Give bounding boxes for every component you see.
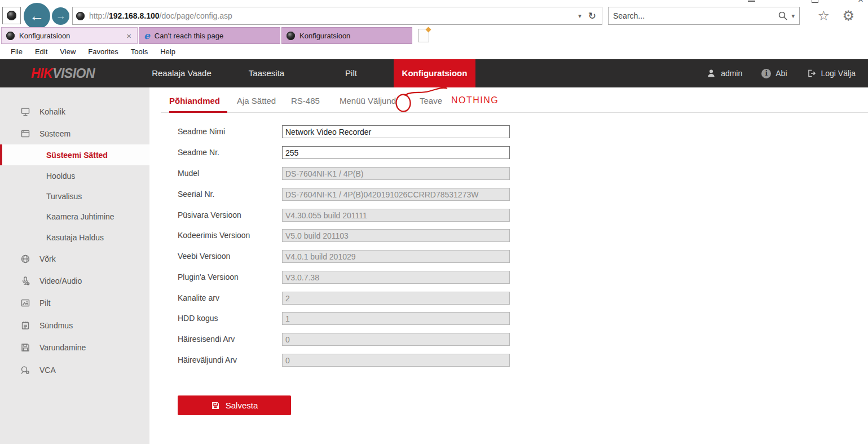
menu-file[interactable]: File — [5, 47, 29, 56]
browser-menubar: File Edit View Favorites Tools Help — [0, 44, 868, 59]
nav-configuration-active[interactable]: Konfiguratsioon — [394, 59, 475, 87]
new-tab-spark-icon — [426, 27, 431, 33]
user-icon — [706, 68, 716, 78]
microphone-icon — [20, 276, 30, 286]
menu-tools[interactable]: Tools — [125, 47, 154, 56]
minimize-icon[interactable] — [748, 1, 755, 2]
field-label: Mudel — [178, 169, 199, 178]
device-no-input[interactable] — [282, 146, 510, 159]
window-titlebar: × — [0, 0, 868, 5]
sidebar-item-label: VCA — [39, 366, 56, 375]
settings-gear-icon[interactable]: ⚙ — [842, 8, 854, 24]
search-input[interactable] — [613, 11, 778, 20]
device-name-input[interactable] — [282, 125, 510, 138]
camera-favicon-icon — [76, 12, 85, 20]
sidebar-item-user-management[interactable]: Kasutaja Haldus — [0, 227, 149, 248]
logo-hik: HIK — [31, 66, 52, 81]
sidebar-item-label: Kaamera Juhtimine — [46, 212, 114, 221]
field-label: Kodeerimis Versioon — [178, 231, 250, 240]
search-dropdown-icon[interactable]: ▾ — [788, 12, 795, 20]
address-dropdown-icon[interactable]: ▾ — [574, 12, 586, 20]
new-tab-button[interactable] — [418, 29, 429, 42]
save-button-label: Salvesta — [226, 401, 258, 410]
sidebar-item-video-audio[interactable]: Video/Audio — [0, 271, 149, 291]
ie-icon: e — [144, 30, 150, 41]
sidebar-item-label: Pilt — [39, 298, 50, 307]
sidebar-item-security[interactable]: Turvalisus — [0, 186, 149, 206]
window-icon — [20, 129, 30, 139]
camera-favicon-icon — [7, 11, 16, 20]
nav-playback[interactable]: Taasesita — [226, 59, 307, 87]
field-label: Veebi Versioon — [178, 252, 230, 261]
plugin-version-input — [282, 271, 510, 284]
sidebar-item-vca[interactable]: VCA — [0, 360, 149, 380]
nav-live-view[interactable]: Reaalaja Vaade — [140, 59, 223, 87]
browser-tab-konfiguratsioon-active[interactable]: Konfiguratsioon × — [1, 27, 138, 44]
browser-tab-konfiguratsioon-2[interactable]: Konfiguratsioon — [281, 27, 412, 44]
field-label: Püsivara Versioon — [178, 210, 241, 219]
sidebar-item-label: Turvalisus — [46, 192, 82, 201]
camera-favicon-icon — [6, 32, 15, 40]
menu-edit[interactable]: Edit — [29, 47, 54, 56]
menu-favorites[interactable]: Favorites — [82, 47, 124, 56]
main-content: Põhiandmed Aja Sätted RS-485 Menüü Välju… — [149, 87, 868, 444]
url-host: 192.168.8.100 — [109, 11, 160, 20]
encoding-version-input — [282, 229, 510, 242]
refresh-icon[interactable]: ↻ — [586, 10, 598, 21]
tab-title: Konfiguratsioon — [19, 32, 122, 40]
forward-button[interactable]: → — [52, 7, 69, 25]
field-label: Plugin'a Versioon — [178, 272, 239, 282]
field-label: Häireväljundi Arv — [178, 355, 237, 364]
field-label: Seerial Nr. — [178, 190, 214, 199]
logout-button[interactable]: Logi Välja — [801, 68, 862, 78]
event-notepad-icon — [20, 320, 30, 331]
info-icon: i — [761, 69, 771, 78]
hikvision-logo: HIKVISION — [31, 59, 95, 87]
sidebar-item-camera-management[interactable]: Kaamera Juhtimine — [0, 206, 149, 227]
floppy-icon — [20, 342, 30, 353]
save-floppy-icon — [211, 401, 220, 410]
favorites-star-icon[interactable]: ☆ — [817, 8, 830, 24]
back-button[interactable]: ← — [24, 3, 50, 29]
address-bar[interactable]: http://192.168.8.100/doc/page/config.asp… — [72, 7, 602, 25]
alarm-output-count-input — [282, 354, 510, 367]
tab-title: Konfiguratsioon — [299, 32, 407, 40]
tab-title: Can't reach this page — [155, 32, 275, 40]
logout-label: Logi Välja — [821, 69, 856, 78]
sidebar-item-label: Sündmus — [39, 321, 73, 330]
image-icon — [20, 298, 30, 308]
sidebar-item-network[interactable]: Võrk — [0, 249, 149, 269]
logo-vision: VISION — [52, 66, 95, 81]
tab-about[interactable]: Teave — [420, 96, 442, 105]
tab-rs485[interactable]: RS-485 — [291, 96, 320, 105]
browser-window: × ← → http://192.168.8.100/doc/page/conf… — [0, 0, 868, 444]
hdd-count-input — [282, 312, 510, 325]
username: admin — [721, 69, 742, 78]
site-favicon-button[interactable] — [2, 7, 21, 24]
web-version-input — [282, 250, 510, 263]
menu-help[interactable]: Help — [154, 47, 182, 56]
serial-no-input — [282, 188, 510, 201]
sidebar-item-picture[interactable]: Pilt — [0, 293, 149, 313]
tab-time-settings[interactable]: Aja Sätted — [237, 96, 276, 105]
sidebar-item-system-settings-active[interactable]: Süsteemi Sätted — [0, 144, 149, 165]
sidebar-item-maintenance[interactable]: Hooldus — [0, 166, 149, 186]
url-scheme: http:// — [89, 11, 109, 20]
user-area: admin — [700, 68, 748, 78]
sidebar-item-system[interactable]: Süsteem — [0, 124, 149, 144]
browser-tab-cant-reach[interactable]: e Can't reach this page — [139, 27, 280, 44]
help-button[interactable]: i Abi — [756, 69, 792, 78]
sidebar-item-label: Süsteem — [39, 129, 71, 138]
tab-basic-information-active[interactable]: Põhiandmed — [169, 96, 220, 105]
sidebar-item-event[interactable]: Sündmus — [0, 315, 149, 336]
menu-view[interactable]: View — [54, 47, 82, 56]
sidebar-item-backup[interactable]: Varundamine — [0, 337, 149, 358]
nav-picture[interactable]: Pilt — [310, 59, 392, 87]
sidebar-item-label: Kohalik — [39, 107, 65, 116]
tab-menu-output[interactable]: Menüü Väljund — [340, 96, 396, 105]
save-button[interactable]: Salvesta — [178, 395, 291, 415]
search-icon[interactable] — [778, 11, 788, 21]
sidebar-item-local[interactable]: Kohalik — [0, 102, 149, 122]
restore-icon[interactable] — [812, 0, 818, 3]
tab-close-icon[interactable]: × — [125, 31, 133, 41]
